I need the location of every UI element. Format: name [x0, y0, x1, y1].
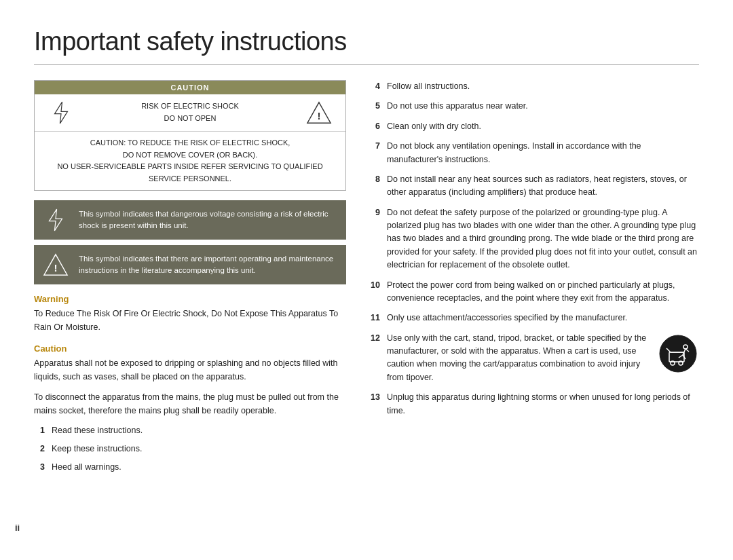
caution-box: CAUTION RISK OF ELECTRIC SHOCK DO NOT OP… — [34, 80, 346, 191]
caution-full-text: CAUTION: TO REDUCE THE RISK OF ELECTRIC … — [35, 132, 345, 190]
caution-section-heading: Caution — [34, 343, 346, 354]
list-item: 6 Clean only with dry cloth. — [366, 120, 699, 133]
list-item: 7 Do not block any ventilation openings.… — [366, 140, 699, 166]
list-item: 5 Do not use this apparatus near water. — [366, 100, 699, 113]
exclamation-symbol-icon: ! — [42, 252, 69, 278]
symbol-row-2-text: This symbol indicates that there are imp… — [79, 253, 338, 277]
symbol-row-1-text: This symbol indicates that dangerous vol… — [79, 208, 338, 232]
warning-text: To Reduce The Risk Of Fire Or Electric S… — [34, 307, 346, 334]
left-numbered-list: 1 Read these instructions. 2 Keep these … — [34, 424, 346, 473]
list-item: 3 Heed all warnings. — [34, 461, 346, 474]
list-item: 13 Unplug this apparatus during lightnin… — [366, 391, 699, 417]
list-item: 11 Only use attachment/accessories speci… — [366, 312, 699, 324]
svg-point-6 — [660, 335, 696, 372]
list-item: 9 Do not defeat the safety purpose of th… — [366, 206, 699, 272]
left-column: CAUTION RISK OF ELECTRIC SHOCK DO NOT OP… — [34, 80, 346, 479]
list-item: 10 Protect the power cord from being wal… — [366, 279, 699, 305]
list-item-12: 12 Use only with the cart, stand, tripod… — [366, 332, 699, 385]
svg-text:!: ! — [317, 110, 320, 122]
caution-icons-row: RISK OF ELECTRIC SHOCK DO NOT OPEN ! — [35, 94, 345, 132]
main-content: CAUTION RISK OF ELECTRIC SHOCK DO NOT OP… — [34, 80, 699, 479]
caution-para-1: Apparatus shall not be exposed to drippi… — [34, 356, 346, 384]
item12-row: Use only with the cart, stand, tripod, b… — [387, 332, 699, 385]
cart-tipover-icon — [657, 335, 699, 377]
svg-text:!: ! — [54, 262, 57, 274]
caution-center-text: RISK OF ELECTRIC SHOCK DO NOT OPEN — [141, 100, 239, 124]
list-item: 4 Follow all instructions. — [366, 80, 699, 93]
symbol-row-2: ! This symbol indicates that there are i… — [34, 245, 346, 284]
warning-heading: Warning — [34, 294, 346, 304]
lightning-bolt-icon — [48, 100, 74, 126]
divider — [34, 64, 699, 65]
symbol-row-1: This symbol indicates that dangerous vol… — [34, 200, 346, 240]
svg-marker-3 — [50, 210, 62, 231]
page-title: Important safety instructions — [34, 27, 699, 56]
page-number: ii — [15, 523, 20, 533]
svg-marker-0 — [55, 102, 68, 124]
caution-para-2: To disconnect the apparatus from the mai… — [34, 390, 346, 417]
right-numbered-list: 4 Follow all instructions. 5 Do not use … — [366, 80, 699, 417]
list-item: 1 Read these instructions. — [34, 424, 346, 437]
exclamation-triangle-icon: ! — [306, 100, 332, 126]
lightning-symbol-icon — [42, 207, 69, 233]
list-item: 2 Keep these instructions. — [34, 443, 346, 455]
right-column: 4 Follow all instructions. 5 Do not use … — [366, 80, 699, 479]
caution-header: CAUTION — [35, 81, 345, 94]
list-item: 8 Do not install near any heat sources s… — [366, 173, 699, 200]
